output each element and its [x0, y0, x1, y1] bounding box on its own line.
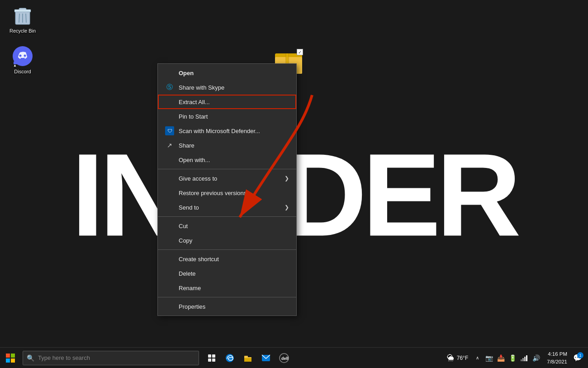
taskbar-search-bar[interactable]: 🔍 Type here to search	[23, 351, 199, 365]
menu-item-cut[interactable]: Cut	[158, 219, 296, 233]
clock-date: 7/8/2021	[547, 358, 567, 365]
svg-line-5	[26, 14, 26, 23]
svg-rect-6	[14, 10, 31, 12]
desktop: INSIDER Recycle Bin	[0, 0, 588, 368]
tray-expand-button[interactable]: ∧	[472, 350, 483, 366]
menu-item-defender[interactable]: 🛡 Scan with Microsoft Defender...	[158, 124, 296, 138]
menu-item-share-skype[interactable]: Ⓢ Share with Skype	[158, 80, 296, 95]
open-icon	[165, 68, 174, 77]
recycle-bin-label: Recycle Bin	[9, 28, 36, 33]
svg-point-9	[24, 55, 26, 57]
svg-rect-23	[208, 358, 211, 362]
svg-rect-20	[11, 358, 15, 363]
svg-rect-22	[212, 354, 215, 358]
properties-icon	[165, 302, 174, 311]
taskbar: 🔍 Type here to search	[0, 347, 588, 368]
separator-3	[158, 249, 296, 250]
menu-item-send-to[interactable]: Send to ❯	[158, 200, 296, 215]
separator-1	[158, 169, 296, 169]
svg-rect-17	[6, 354, 10, 358]
separator-4	[158, 297, 296, 297]
file-check-overlay: ✓	[297, 49, 303, 55]
menu-item-copy[interactable]: Copy	[158, 233, 296, 248]
svg-rect-21	[208, 354, 211, 358]
notification-button[interactable]: 💬 1	[571, 350, 584, 366]
menu-item-open-with[interactable]: Open with...	[158, 153, 296, 167]
menu-item-properties[interactable]: Properties	[158, 299, 296, 314]
recycle-bin-icon[interactable]: Recycle Bin	[5, 5, 41, 33]
svg-rect-34	[524, 357, 526, 361]
svg-rect-24	[212, 358, 215, 362]
discord-label: Discord	[14, 69, 31, 74]
menu-item-rename[interactable]: Rename	[158, 281, 296, 295]
skype-icon: Ⓢ	[165, 83, 174, 92]
copy-icon	[165, 236, 174, 245]
menu-item-extract-all[interactable]: Extract All...	[158, 95, 296, 109]
give-access-icon	[165, 174, 174, 183]
start-button[interactable]	[0, 348, 21, 368]
svg-rect-33	[522, 358, 524, 361]
svg-rect-32	[521, 359, 522, 361]
screen-record-icon[interactable]: 📷	[484, 350, 494, 366]
action-center-icon[interactable]: 📥	[495, 350, 506, 366]
open-with-icon	[165, 155, 174, 164]
share-icon: ↗	[165, 141, 174, 150]
edge-button[interactable]	[222, 349, 238, 367]
taskbar-system-tray: 🌦 76°F ∧ 📷 📥 🔋 🔊	[445, 350, 588, 366]
svg-rect-19	[6, 358, 10, 363]
menu-item-pin-start[interactable]: Pin to Start	[158, 109, 296, 124]
svg-rect-35	[526, 355, 527, 361]
file-explorer-button[interactable]	[240, 349, 256, 367]
battery-icon[interactable]: 🔋	[507, 350, 518, 366]
svg-rect-28	[244, 358, 251, 362]
separator-2	[158, 216, 296, 217]
search-icon: 🔍	[27, 354, 34, 362]
clock-time: 4:16 PM	[548, 350, 567, 358]
defender-icon: 🛡	[165, 126, 174, 135]
taskbar-app-icons: dell	[204, 349, 292, 367]
menu-item-create-shortcut[interactable]: Create shortcut	[158, 252, 296, 266]
notification-badge: 1	[577, 352, 583, 358]
send-to-icon	[165, 203, 174, 212]
discord-image: ▲	[12, 45, 33, 67]
volume-icon[interactable]: 🔊	[531, 350, 541, 366]
svg-text:▲: ▲	[13, 63, 17, 67]
system-clock[interactable]: 4:16 PM 7/8/2021	[544, 350, 570, 365]
recycle-bin-image	[12, 5, 33, 26]
svg-line-3	[19, 14, 19, 23]
menu-item-share[interactable]: ↗ Share	[158, 138, 296, 153]
pin-icon	[165, 112, 174, 121]
weather-icon[interactable]: 🌦	[445, 350, 456, 366]
menu-item-restore[interactable]: Restore previous versions	[158, 186, 296, 200]
svg-rect-18	[11, 354, 15, 358]
svg-text:dell: dell	[281, 356, 289, 361]
search-placeholder: Type here to search	[38, 354, 90, 361]
cut-icon	[165, 221, 174, 230]
delete-icon	[165, 269, 174, 278]
rename-icon	[165, 283, 174, 292]
restore-icon	[165, 188, 174, 197]
give-access-arrow: ❯	[285, 175, 289, 182]
network-icon[interactable]	[519, 350, 530, 366]
menu-item-give-access[interactable]: Give access to ❯	[158, 171, 296, 186]
menu-item-delete[interactable]: Delete	[158, 266, 296, 281]
send-to-arrow: ❯	[285, 204, 289, 210]
weather-temp: 76°F	[457, 355, 468, 361]
task-view-button[interactable]	[204, 349, 220, 367]
svg-point-8	[19, 55, 22, 57]
context-menu: Open Ⓢ Share with Skype Extract All... P…	[157, 63, 297, 316]
shortcut-icon	[165, 254, 174, 263]
extract-icon	[165, 97, 174, 106]
dell-button[interactable]: dell	[276, 349, 292, 367]
menu-item-open[interactable]: Open	[158, 66, 296, 80]
discord-icon[interactable]: ▲ Discord	[5, 45, 41, 74]
mail-button[interactable]	[258, 349, 274, 367]
